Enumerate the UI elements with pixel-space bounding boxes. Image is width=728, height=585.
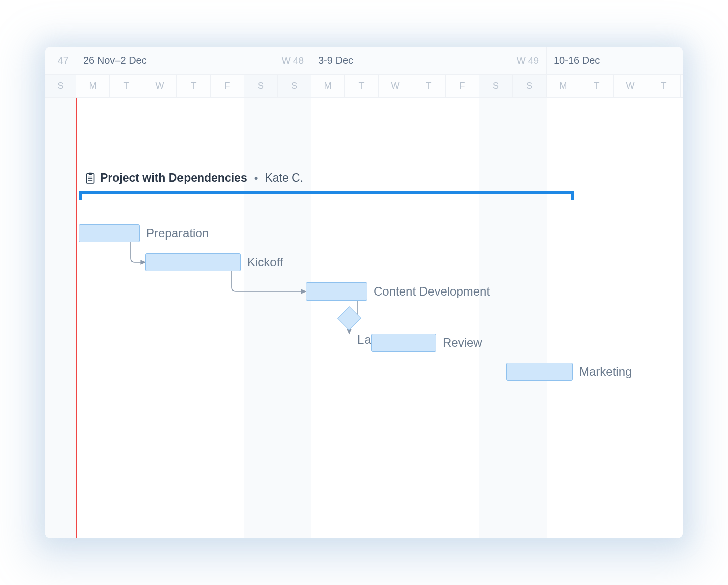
- task-label: Content Development: [374, 284, 490, 299]
- project-owner: Kate C.: [265, 171, 303, 185]
- task-label: Marketing: [579, 365, 632, 379]
- day-cell: T: [345, 75, 379, 97]
- day-cell: M: [547, 75, 580, 97]
- task-review[interactable]: Review: [371, 334, 436, 352]
- day-cell: M: [76, 75, 110, 97]
- project-span-cap-right: [571, 191, 574, 200]
- day-cell: W: [143, 75, 177, 97]
- day-cell: T: [412, 75, 446, 97]
- day-cell: F: [211, 75, 244, 97]
- task-preparation[interactable]: Preparation: [79, 224, 140, 242]
- weekend-column: [244, 98, 278, 538]
- day-cell: S: [244, 75, 278, 97]
- dependency-arrows-layer: [45, 98, 683, 538]
- day-cell: S: [278, 75, 311, 97]
- day-cell: S: [479, 75, 513, 97]
- week-cell-2[interactable]: 10-16 Dec: [547, 47, 683, 74]
- task-label: Preparation: [146, 226, 209, 240]
- today-line: [76, 98, 77, 538]
- dependency-arrow: [131, 242, 145, 262]
- day-cell: S: [45, 75, 76, 97]
- project-title: Project with Dependencies: [100, 171, 247, 185]
- day-cell: F: [446, 75, 479, 97]
- task-kickoff[interactable]: Kickoff: [145, 253, 241, 271]
- weekend-column: [45, 98, 76, 538]
- project-span-bar[interactable]: [79, 191, 574, 196]
- gantt-frame: 47 26 Nov–2 Dec W 48 3-9 Dec W 49 10-16 …: [45, 47, 683, 538]
- task-label: Review: [443, 336, 482, 350]
- week-label: 26 Nov–2 Dec: [83, 55, 147, 66]
- weekend-column: [278, 98, 311, 538]
- day-cell: M: [311, 75, 345, 97]
- day-cell: T: [110, 75, 143, 97]
- week-label: 3-9 Dec: [318, 55, 353, 66]
- week-cell-0[interactable]: 26 Nov–2 Dec W 48: [76, 47, 311, 74]
- week-cell-1[interactable]: 3-9 Dec W 49: [311, 47, 547, 74]
- timeline-day-header: SMTWTFSSMTWTFSSMTWT: [45, 75, 683, 98]
- day-cell: T: [177, 75, 211, 97]
- timeline-week-header: 47 26 Nov–2 Dec W 48 3-9 Dec W 49 10-16 …: [45, 47, 683, 75]
- svg-rect-1: [89, 172, 92, 174]
- task-label: Kickoff: [247, 255, 283, 269]
- day-cell: W: [379, 75, 412, 97]
- weekend-column: [479, 98, 513, 538]
- project-span-line: [79, 191, 574, 194]
- clipboard-icon: [85, 172, 95, 184]
- week-number: W 49: [517, 55, 539, 66]
- project-header[interactable]: Project with Dependencies • Kate C.: [85, 171, 303, 185]
- gantt-chart-body[interactable]: Project with Dependencies • Kate C. Prep…: [45, 98, 683, 538]
- week-label: 10-16 Dec: [554, 55, 600, 66]
- project-span-cap-left: [79, 191, 82, 200]
- week-number-prev: 47: [58, 55, 69, 66]
- day-cell: S: [513, 75, 547, 97]
- weekend-column: [513, 98, 547, 538]
- task-marketing[interactable]: Marketing: [506, 363, 573, 381]
- week-cell-prev: 47: [45, 47, 76, 74]
- day-cell: T: [647, 75, 681, 97]
- week-number: W 48: [282, 55, 304, 66]
- owner-separator: •: [252, 172, 260, 185]
- task-content[interactable]: Content Development: [306, 282, 367, 301]
- day-cell: W: [614, 75, 647, 97]
- task-launch[interactable]: Launch: [337, 306, 361, 330]
- day-cell: T: [580, 75, 614, 97]
